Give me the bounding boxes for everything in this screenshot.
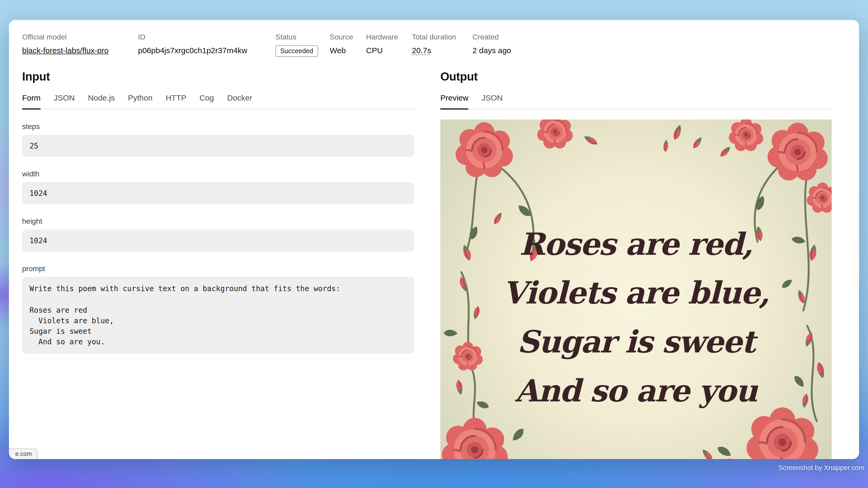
tab-cog[interactable]: Cog (199, 93, 214, 109)
output-title: Output (440, 69, 832, 84)
meta-label-hardware: Hardware (366, 33, 412, 41)
field-width: width 1024 (22, 169, 414, 204)
prompt-input[interactable]: Write this poem with cursive text on a b… (22, 277, 414, 354)
meta-label-id: ID (138, 33, 276, 41)
height-input[interactable]: 1024 (22, 230, 414, 252)
browser-status-url: e.com (9, 449, 38, 459)
meta-label-status: Status (276, 33, 330, 41)
tab-output-json[interactable]: JSON (482, 93, 503, 109)
tab-python[interactable]: Python (128, 93, 153, 109)
meta-label-duration: Total duration (412, 33, 472, 41)
field-label-height: height (22, 217, 414, 226)
poem-line-2: Violets are blue, (503, 275, 769, 311)
tab-json[interactable]: JSON (54, 93, 75, 109)
input-title: Input (22, 69, 414, 84)
output-section: Output Preview JSON (440, 69, 832, 459)
meta-label-created: Created (472, 33, 846, 41)
tab-nodejs[interactable]: Node.js (88, 93, 115, 109)
output-image[interactable]: Roses are red, Violets are blue, Sugar i… (440, 120, 832, 459)
meta-official-model: Official model black-forest-labs/flux-pr… (22, 33, 138, 55)
field-prompt: prompt Write this poem with cursive text… (22, 264, 414, 354)
field-label-steps: steps (22, 122, 414, 131)
duration-value[interactable]: 20.7s (412, 46, 431, 55)
field-label-prompt: prompt (22, 264, 414, 273)
input-section: Input Form JSON Node.js Python HTTP Cog … (22, 69, 414, 459)
meta-label-source: Source (330, 33, 366, 41)
generated-rose-image: Roses are red, Violets are blue, Sugar i… (440, 120, 832, 459)
tab-preview[interactable]: Preview (440, 93, 468, 109)
meta-label-official-model: Official model (22, 33, 138, 41)
prediction-id-value: p06pb4js7xrgc0ch1p2r37m4kw (138, 45, 276, 55)
browser-window: Official model black-forest-labs/flux-pr… (9, 20, 859, 459)
input-fields: steps 25 width 1024 height 1024 prompt W… (22, 122, 414, 354)
meta-status: Status Succeeded (276, 33, 330, 57)
meta-created: Created 2 days ago (472, 33, 846, 55)
status-badge: Succeeded (276, 45, 318, 57)
prediction-meta-header: Official model black-forest-labs/flux-pr… (22, 33, 846, 57)
poem-line-1: Roses are red, (519, 226, 752, 262)
hardware-value: CPU (366, 45, 412, 55)
created-value: 2 days ago (472, 45, 846, 55)
field-steps: steps 25 (22, 122, 414, 157)
tab-http[interactable]: HTTP (166, 93, 186, 109)
source-value: Web (330, 45, 366, 55)
steps-input[interactable]: 25 (22, 135, 414, 157)
meta-id: ID p06pb4js7xrgc0ch1p2r37m4kw (138, 33, 276, 55)
width-input[interactable]: 1024 (22, 182, 414, 204)
field-label-width: width (22, 169, 414, 178)
meta-hardware: Hardware CPU (366, 33, 412, 55)
meta-duration: Total duration 20.7s (412, 33, 472, 55)
output-tabs: Preview JSON (440, 93, 832, 109)
input-tabs: Form JSON Node.js Python HTTP Cog Docker (22, 93, 414, 109)
desktop-background: Official model black-forest-labs/flux-pr… (0, 0, 868, 488)
xnapper-watermark: Screenshot by Xnapper.com (778, 464, 864, 472)
poem-line-4: And so are you (515, 373, 758, 409)
meta-source: Source Web (330, 33, 366, 55)
tab-form[interactable]: Form (22, 93, 40, 109)
tab-docker[interactable]: Docker (227, 93, 252, 109)
official-model-link[interactable]: black-forest-labs/flux-pro (22, 45, 138, 55)
poem-line-3: Sugar is sweet (517, 324, 758, 360)
field-height: height 1024 (22, 217, 414, 252)
